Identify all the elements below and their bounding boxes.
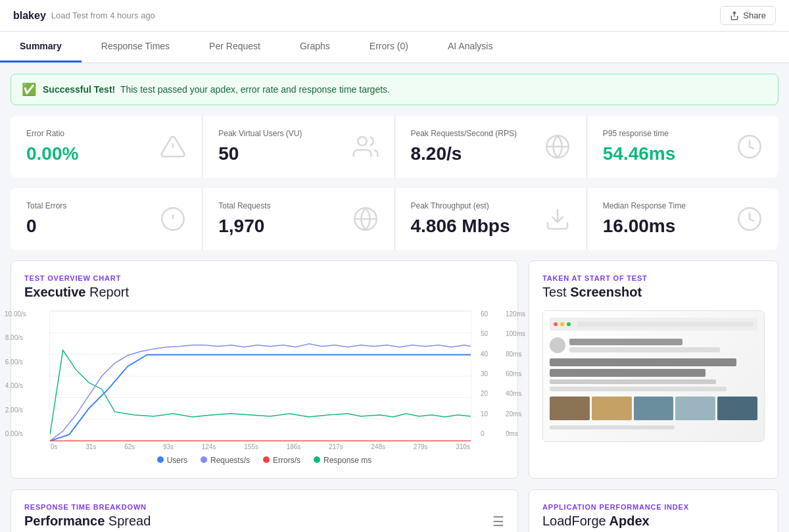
chart-title-plain: Report: [85, 285, 129, 299]
chart-x-labels: 0s31s62s93s124s155s186s217s248s279s310s: [49, 443, 471, 450]
stat-median-response-value: 16.00ms: [603, 216, 686, 237]
y-axis-right-users: 6050403020100: [481, 310, 506, 437]
legend-requests: Requests/s: [201, 456, 250, 465]
success-icon: ✅: [22, 82, 36, 97]
screenshot-title-plain: Test: [542, 285, 567, 299]
legend-response: Response ms: [314, 456, 371, 465]
stat-error-ratio-label: Error Ratio: [26, 129, 78, 138]
stat-median-response-label: Median Response Time: [603, 201, 686, 210]
screenshot-panel: TAKEN AT START OF TEST Test Screenshot: [529, 260, 778, 479]
stat-total-requests: Total Requests 1,970: [203, 188, 394, 250]
stat-peak-throughput-label: Peak Throughput (est): [411, 201, 510, 210]
header-subtitle: Load Test from 4 hours ago: [51, 11, 155, 20]
perf-title-plain: Spread: [105, 514, 151, 528]
stat-median-response: Median Response Time 16.00ms: [587, 188, 778, 250]
screenshot-title: Test Screenshot: [542, 285, 765, 300]
clock-icon-1: [736, 133, 763, 160]
y-axis-right-ms: 120ms100ms80ms60ms40ms20ms0ms: [506, 310, 537, 437]
mock-image-row: [550, 397, 757, 420]
tab-ai-analysis[interactable]: AI Analysis: [428, 32, 512, 62]
stat-peak-vu-value: 50: [218, 143, 302, 164]
success-text: This test passed your apdex, error rate …: [120, 84, 390, 95]
perf-title-bold: Performance: [24, 514, 105, 528]
stat-total-requests-value: 1,970: [218, 216, 270, 237]
stat-peak-rps-label: Peak Requests/Second (RPS): [411, 129, 517, 138]
share-icon: [730, 11, 739, 20]
stat-peak-throughput-value: 4.806 Mbps: [411, 216, 510, 237]
y-axis-left: 10.00/s8.00/s6.00/s4.00/s2.00/s0.00/s: [5, 310, 23, 437]
screenshot-sublabel: TAKEN AT START OF TEST: [542, 274, 765, 282]
legend-errors: Errors/s: [263, 456, 300, 465]
apdex-title-plain: LoadForge: [542, 514, 606, 528]
header: blakey Load Test from 4 hours ago Share: [0, 0, 789, 32]
chart-legend: Users Requests/s Errors/s Response ms: [24, 456, 504, 465]
apdex-title: LoadForge Apdex: [542, 514, 765, 529]
header-left: blakey Load Test from 4 hours ago: [13, 10, 155, 22]
screenshot-mockup: [543, 311, 764, 441]
mock-page-content: [550, 335, 757, 435]
stat-error-ratio: Error Ratio 0.00%: [11, 116, 202, 178]
perf-sublabel: RESPONSE TIME BREAKDOWN: [24, 503, 504, 511]
tab-bar: Summary Response Times Per Request Graph…: [0, 32, 789, 63]
download-icon: [544, 206, 571, 232]
stat-total-errors: Total Errors 0: [11, 188, 202, 250]
stat-peak-rps: Peak Requests/Second (RPS) 8.20/s: [395, 116, 586, 178]
performance-panel: RESPONSE TIME BREAKDOWN Performance Spre…: [11, 489, 518, 532]
tab-summary[interactable]: Summary: [0, 32, 82, 62]
share-button-label: Share: [743, 11, 766, 20]
screenshot-title-bold: Screenshot: [567, 285, 642, 299]
stat-total-requests-label: Total Requests: [218, 201, 270, 210]
success-banner: ✅ Successful Test! This test passed your…: [11, 74, 778, 105]
legend-users: Users: [157, 456, 187, 465]
warning-triangle-icon: [160, 133, 186, 160]
tab-errors[interactable]: Errors (0): [350, 32, 428, 62]
chart-area: 10.00/s8.00/s6.00/s4.00/s2.00/s0.00/s 60…: [24, 310, 504, 450]
stat-p95-value: 54.46ms: [603, 143, 676, 164]
chart-panel: TEST OVERVIEW CHART Executive Report 10.…: [11, 260, 518, 479]
brand-name: blakey: [13, 10, 46, 22]
overview-chart-svg: [49, 310, 471, 442]
apdex-panel: APPLICATION PERFORMANCE INDEX LoadForge …: [529, 489, 778, 532]
lower-section: RESPONSE TIME BREAKDOWN Performance Spre…: [11, 489, 778, 532]
stat-p95: P95 response time 54.46ms: [587, 116, 778, 178]
screenshot-box: [542, 310, 765, 442]
tab-per-request[interactable]: Per Request: [189, 32, 280, 62]
bottom-section: TEST OVERVIEW CHART Executive Report 10.…: [11, 260, 778, 479]
globe-icon-2: [352, 206, 379, 232]
hamburger-icon[interactable]: ☰: [492, 514, 504, 529]
stats-row-1: Error Ratio 0.00% Peak Virtual Users (VU…: [11, 116, 778, 178]
info-icon: [160, 206, 186, 232]
chart-sublabel: TEST OVERVIEW CHART: [24, 274, 504, 282]
clock-icon-2: [736, 206, 763, 232]
svg-point-2: [358, 137, 366, 145]
globe-icon-1: [544, 133, 571, 160]
stat-total-errors-label: Total Errors: [26, 201, 66, 210]
tab-graphs[interactable]: Graphs: [280, 32, 350, 62]
stat-total-errors-value: 0: [26, 216, 66, 237]
mock-browser-bar: [550, 318, 757, 331]
apdex-title-bold: Apdex: [606, 514, 650, 528]
chart-title: Executive Report: [24, 285, 504, 300]
stat-p95-label: P95 response time: [603, 129, 676, 138]
stat-peak-vu: Peak Virtual Users (VU) 50: [203, 116, 394, 178]
stat-peak-vu-label: Peak Virtual Users (VU): [218, 129, 302, 138]
tab-response-times[interactable]: Response Times: [82, 32, 189, 62]
success-bold-text: Successful Test!: [43, 84, 115, 95]
stats-row-2: Total Errors 0 Total Requests 1,970 Peak…: [11, 188, 778, 250]
stat-error-ratio-value: 0.00%: [26, 143, 78, 164]
share-button[interactable]: Share: [720, 6, 776, 25]
apdex-sublabel: APPLICATION PERFORMANCE INDEX: [542, 503, 765, 511]
stat-peak-rps-value: 8.20/s: [411, 143, 517, 164]
chart-title-bold: Executive: [24, 285, 85, 299]
users-icon: [352, 133, 379, 160]
perf-title: Performance Spread ☰: [24, 514, 504, 529]
stat-peak-throughput: Peak Throughput (est) 4.806 Mbps: [395, 188, 586, 250]
